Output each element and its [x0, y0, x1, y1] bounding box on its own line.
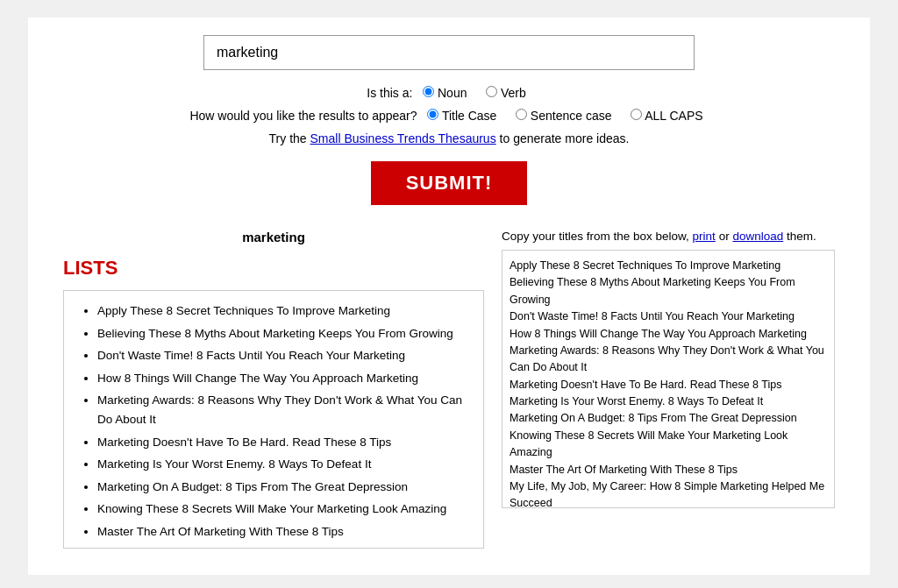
search-row: marketing: [63, 35, 835, 70]
list-item: Marketing Awards: 8 Reasons Why They Don…: [97, 391, 471, 429]
print-link[interactable]: print: [693, 230, 716, 243]
case-row: How would you like the results to appear…: [63, 109, 835, 123]
submit-button[interactable]: SUBMIT!: [371, 161, 528, 205]
copy-text: Copy your titles from the box below,: [502, 230, 693, 243]
sentence-case-label[interactable]: Sentence case: [516, 109, 615, 123]
list-item: My Life, My Job, My Career: How 8 Simple…: [97, 545, 471, 549]
list-item: Marketing On A Budget: 8 Tips From The G…: [97, 478, 471, 497]
list-item: How 8 Things Will Change The Way You App…: [97, 369, 471, 388]
noun-radio[interactable]: [423, 86, 434, 97]
allcaps-radio[interactable]: [631, 109, 642, 120]
download-link[interactable]: download: [732, 230, 783, 243]
title-case-label[interactable]: Title Case: [427, 109, 500, 123]
thesaurus-row: Try the Small Business Trends Thesaurus …: [63, 131, 835, 145]
list-item: Marketing Doesn't Have To Be Hard. Read …: [97, 433, 471, 452]
list-item: Believing These 8 Myths About Marketing …: [97, 324, 471, 344]
right-panel: Copy your titles from the box below, pri…: [502, 230, 835, 512]
search-input[interactable]: marketing: [203, 35, 695, 70]
copy-row: Copy your titles from the box below, pri…: [502, 230, 835, 243]
thesaurus-text-after: to generate more ideas.: [500, 131, 630, 145]
case-label: How would you like the results to appear…: [189, 109, 417, 123]
verb-radio[interactable]: [486, 86, 497, 97]
noun-verb-row: Is this a: Noun Verb: [63, 86, 835, 100]
page-container: marketing Is this a: Noun Verb How would…: [28, 18, 870, 575]
list-item: Master The Art Of Marketing With These 8…: [97, 522, 471, 542]
noun-label[interactable]: Noun: [423, 86, 470, 100]
verb-label[interactable]: Verb: [486, 86, 526, 100]
list-box: Apply These 8 Secret Techniques To Impro…: [63, 290, 484, 549]
allcaps-label[interactable]: ALL CAPS: [631, 109, 703, 123]
submit-row: SUBMIT!: [63, 161, 835, 205]
keyword-heading: marketing: [63, 230, 484, 244]
left-panel: marketing LISTS Apply These 8 Secret Tec…: [63, 230, 484, 549]
text-output[interactable]: [502, 250, 835, 508]
list-item: Apply These 8 Secret Techniques To Impro…: [97, 301, 471, 321]
noun-verb-label: Is this a:: [367, 86, 412, 100]
list-item: Don't Waste Time! 8 Facts Until You Reac…: [97, 346, 471, 365]
results-area: marketing LISTS Apply These 8 Secret Tec…: [63, 230, 835, 549]
title-case-radio[interactable]: [427, 109, 438, 120]
sentence-case-radio[interactable]: [516, 109, 527, 120]
list-items-ul: Apply These 8 Secret Techniques To Impro…: [82, 301, 471, 549]
list-item: Knowing These 8 Secrets Will Make Your M…: [97, 499, 471, 519]
thesaurus-text-before: Try the: [269, 131, 310, 145]
thesaurus-link[interactable]: Small Business Trends Thesaurus: [310, 131, 495, 145]
list-item: Marketing Is Your Worst Enemy. 8 Ways To…: [97, 455, 471, 474]
or-text: or: [719, 230, 733, 243]
copy-text-end: them.: [787, 230, 816, 243]
lists-heading: LISTS: [63, 257, 484, 280]
